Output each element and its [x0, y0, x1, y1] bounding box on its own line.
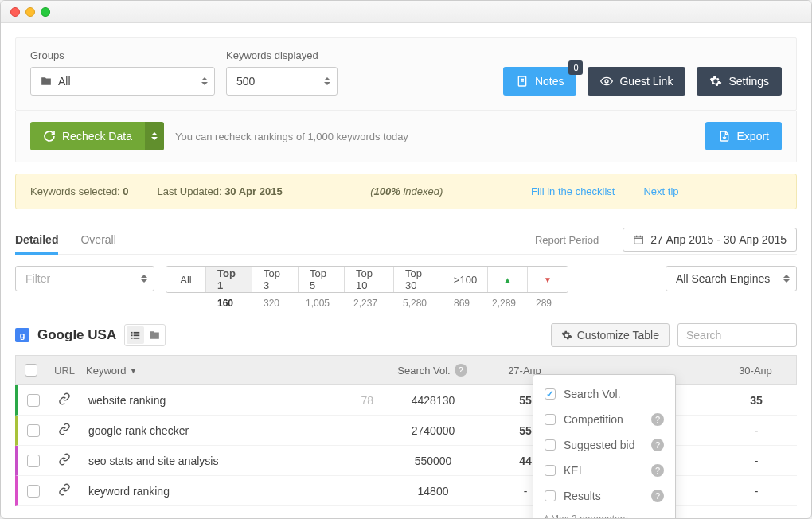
keyword-cell: website ranking: [80, 394, 349, 407]
rank-segment-top3[interactable]: Top 3: [252, 267, 299, 292]
col-url[interactable]: URL: [46, 365, 78, 377]
tab-detailed[interactable]: Detailed: [15, 227, 58, 255]
date2-cell: -: [716, 455, 797, 467]
chevron-updown-icon: [324, 77, 330, 85]
date2-cell: 35: [716, 394, 797, 407]
settings-button[interactable]: Settings: [697, 67, 782, 96]
top-toolbar: Groups All Keywords displayed 500 Notes …: [15, 37, 797, 111]
dropdown-checkbox[interactable]: [545, 414, 556, 425]
rank-segment-all[interactable]: All: [166, 267, 206, 292]
table-row[interactable]: google rank checker274000055-: [15, 416, 797, 446]
notes-button[interactable]: Notes 0: [503, 67, 577, 96]
export-icon: [718, 130, 731, 142]
dropdown-item-suggested-bid[interactable]: Suggested bid?: [533, 432, 675, 458]
sort-desc-icon: ▼: [130, 366, 138, 375]
tab-overall[interactable]: Overall: [80, 227, 115, 252]
guest-link-button[interactable]: Guest Link: [588, 67, 685, 96]
link-icon[interactable]: [49, 423, 80, 438]
gear-icon: [561, 330, 572, 341]
report-period-picker[interactable]: 27 Апр 2015 - 30 Апр 2015: [623, 228, 797, 252]
date2-cell: -: [716, 485, 797, 498]
recheck-data-button[interactable]: Recheck Data: [30, 122, 164, 150]
groups-select[interactable]: All: [30, 67, 215, 96]
view-mode-toggle: [124, 324, 166, 346]
search-engine-value: All Search Engines: [676, 272, 770, 285]
minimize-window-button[interactable]: [25, 7, 35, 17]
rank-segment-100[interactable]: >100: [443, 267, 488, 292]
groups-label: Groups: [30, 49, 215, 61]
keywords-displayed-select[interactable]: 500: [226, 67, 338, 96]
dropdown-item-competition[interactable]: Competition?: [533, 407, 675, 432]
help-icon[interactable]: ?: [651, 464, 664, 477]
keyword-cell: seo stats and site analysis: [80, 455, 349, 467]
rank-count: 2,289: [484, 298, 524, 309]
col-date-2[interactable]: 30-Апр: [715, 365, 796, 377]
row-checkbox[interactable]: [27, 455, 40, 467]
table-row[interactable]: seo stats and site analysis55000044-: [15, 446, 797, 476]
datasource-toolbar: g Google USA Customize Table Search: [15, 323, 797, 347]
notes-badge: 0: [568, 60, 583, 75]
row-checkbox[interactable]: [27, 394, 40, 407]
filter-select[interactable]: Filter: [15, 266, 154, 291]
col-search-vol[interactable]: Search Vol. ?: [381, 364, 484, 377]
next-tip-link[interactable]: Next tip: [643, 185, 678, 197]
dropdown-checkbox[interactable]: [545, 465, 556, 476]
rank-up-filter[interactable]: ▲: [488, 267, 528, 292]
rank-segment-top5[interactable]: Top 5: [299, 267, 345, 292]
maximize-window-button[interactable]: [41, 7, 50, 17]
recheck-label: Recheck Data: [62, 130, 132, 142]
count-cell: 78: [349, 394, 381, 407]
rank-segment-top30[interactable]: Top 30: [394, 267, 443, 292]
rank-count: 160: [202, 298, 248, 309]
filter-placeholder: Filter: [25, 272, 50, 285]
link-icon[interactable]: [49, 392, 80, 408]
dropdown-item-results[interactable]: Results?: [533, 483, 675, 509]
keywords-displayed-value: 500: [236, 75, 255, 88]
rank-segment-top1[interactable]: Top 1: [206, 267, 252, 292]
svg-rect-4: [634, 236, 643, 244]
table-row[interactable]: keyword ranking14800--: [15, 476, 797, 506]
rank-count: 2,237: [341, 298, 390, 309]
help-icon[interactable]: ?: [455, 364, 467, 377]
dropdown-item-label: Results: [564, 490, 601, 502]
help-icon[interactable]: ?: [651, 439, 664, 451]
dropdown-item-label: Search Vol.: [564, 388, 621, 400]
customize-table-label: Customize Table: [577, 329, 659, 341]
svg-rect-12: [131, 338, 133, 339]
dropdown-item-label: Suggested bid: [564, 439, 635, 451]
rank-filter-counts: 1603201,0052,2375,2808692,289289: [166, 298, 568, 309]
export-label: Export: [737, 130, 769, 142]
dropdown-checkbox[interactable]: [545, 388, 556, 400]
rank-segment-top10[interactable]: Top 10: [345, 267, 394, 292]
dropdown-checkbox[interactable]: [545, 439, 556, 451]
search-engine-select[interactable]: All Search Engines: [666, 266, 797, 291]
search-placeholder: Search: [686, 329, 721, 341]
rank-down-filter[interactable]: ▼: [528, 267, 568, 292]
help-icon[interactable]: ?: [651, 413, 664, 426]
search-input[interactable]: Search: [677, 323, 797, 347]
titlebar: [1, 1, 811, 23]
keyword-cell: google rank checker: [80, 424, 349, 437]
table-row[interactable]: website ranking7844281305535: [15, 385, 797, 416]
folder-view-button[interactable]: [146, 326, 163, 344]
recheck-dropdown-toggle[interactable]: [145, 122, 164, 150]
dropdown-footer: * Max 3 parameters: [533, 509, 675, 519]
checklist-link[interactable]: Fill in the checklist: [531, 185, 615, 197]
customize-table-button[interactable]: Customize Table: [551, 323, 670, 347]
rank-count: 1,005: [295, 298, 341, 309]
export-button[interactable]: Export: [705, 122, 782, 150]
link-icon[interactable]: [49, 453, 80, 468]
volume-cell: 2740000: [381, 424, 485, 437]
dropdown-item-kei[interactable]: KEI?: [533, 458, 675, 483]
dropdown-item-search-vol-[interactable]: Search Vol.: [533, 381, 675, 407]
row-checkbox[interactable]: [27, 485, 40, 498]
help-icon[interactable]: ?: [651, 490, 664, 502]
link-icon[interactable]: [49, 483, 80, 498]
keyword-cell: keyword ranking: [80, 485, 349, 498]
dropdown-checkbox[interactable]: [545, 490, 556, 501]
row-checkbox[interactable]: [27, 424, 40, 437]
close-window-button[interactable]: [10, 7, 20, 17]
col-keyword[interactable]: Keyword ▼: [78, 365, 349, 377]
list-view-button[interactable]: [127, 326, 144, 344]
select-all-checkbox[interactable]: [25, 364, 37, 377]
